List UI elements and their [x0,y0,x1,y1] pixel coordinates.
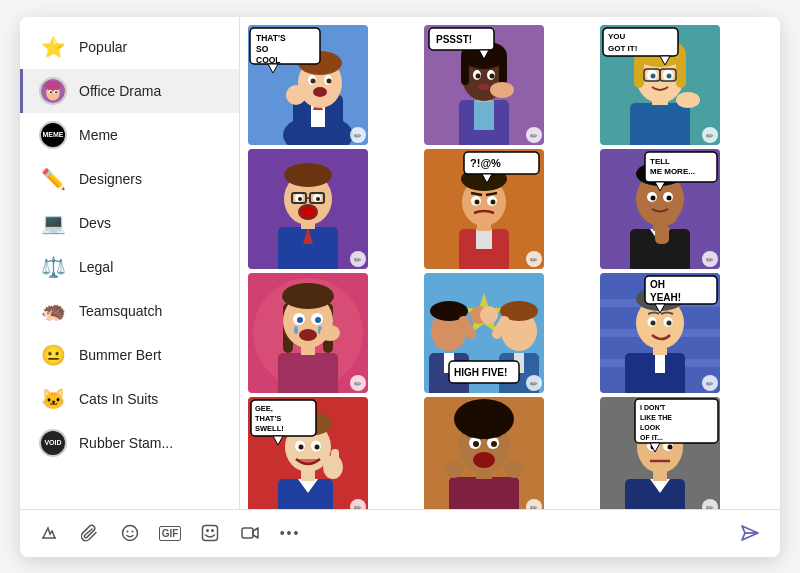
sidebar: ⭐ Popular Office Drama MEME Meme ✏️ Desi… [20,17,240,509]
svg-text:✏: ✏ [530,255,538,265]
svg-point-169 [651,320,656,325]
sticker-10[interactable]: GEE, THAT'S SWELL! ✏ [248,397,368,509]
sticker-2[interactable]: PSSST! ✏ [424,25,544,145]
emoji-button[interactable] [112,515,148,551]
sticker-7[interactable]: ✏ [248,273,368,393]
svg-rect-35 [499,55,507,85]
svg-text:LIKE THE: LIKE THE [640,414,672,421]
attach-button[interactable] [72,515,108,551]
svg-text:✏: ✏ [354,379,362,389]
svg-rect-123 [278,353,338,393]
svg-point-133 [294,326,298,334]
sidebar-item-rubber-stamp[interactable]: VOID Rubber Stam... [20,421,239,465]
svg-text:THAT'S: THAT'S [256,33,286,43]
sticker-4[interactable]: ✏ [248,149,368,269]
sidebar-item-cats-in-suits[interactable]: 🐱 Cats In Suits [20,377,239,421]
sidebar-item-bummer-bert[interactable]: 😐 Bummer Bert [20,333,239,377]
sidebar-item-icon-rubber-stamp: VOID [39,429,67,457]
svg-point-185 [299,444,304,449]
svg-text:YEAH!: YEAH! [650,292,681,303]
svg-point-200 [454,399,514,439]
svg-rect-163 [655,353,665,373]
sticker-1[interactable]: THAT'S SO COOL ✏ [248,25,368,145]
svg-point-19 [313,87,327,97]
svg-text:✏: ✏ [706,131,714,141]
sidebar-item-label-office-drama: Office Drama [79,83,161,99]
svg-text:ME MORE...: ME MORE... [650,167,695,176]
sticker-3[interactable]: YOU GOT IT! ✏ [600,25,720,145]
svg-text:SO: SO [256,44,269,54]
svg-point-94 [491,199,496,204]
gif-button[interactable]: GIF [152,515,188,551]
svg-text:THAT'S: THAT'S [255,414,281,423]
svg-text:✏: ✏ [354,131,362,141]
svg-point-5 [50,91,52,93]
svg-rect-114 [655,224,669,244]
svg-point-136 [320,325,340,341]
svg-point-204 [491,441,497,447]
svg-rect-197 [449,477,519,509]
sidebar-item-devs[interactable]: 💻 Devs [20,201,239,245]
sidebar-item-meme[interactable]: MEME Meme [20,113,239,157]
svg-point-208 [444,460,464,478]
svg-point-61 [676,92,700,108]
svg-point-131 [297,317,303,323]
svg-text:✏: ✏ [530,379,538,389]
svg-rect-53 [676,53,686,88]
sidebar-item-popular[interactable]: ⭐ Popular [20,25,239,69]
sidebar-item-office-drama[interactable]: Office Drama [20,69,239,113]
svg-point-222 [668,444,673,449]
sidebar-item-designers[interactable]: ✏️ Designers [20,157,239,201]
sticker-button[interactable] [192,515,228,551]
sidebar-item-teamsquatch[interactable]: 🦔 Teamsquatch [20,289,239,333]
sidebar-item-label-bummer-bert: Bummer Bert [79,347,161,363]
svg-point-111 [651,195,656,200]
svg-text:✏: ✏ [354,503,362,509]
svg-text:OH: OH [650,279,665,290]
svg-point-186 [315,444,320,449]
sticker-panel: ⭐ Popular Office Drama MEME Meme ✏️ Desi… [20,17,780,509]
svg-text:?!@%: ?!@% [470,157,501,169]
svg-text:COOL: COOL [256,55,281,65]
svg-point-20 [286,85,306,105]
more-options-button[interactable]: ••• [272,515,308,551]
sticker-12[interactable]: I DON'T LIKE THE LOOK OF IT... ✏ [600,397,720,509]
sidebar-item-icon-bummer-bert: 😐 [39,341,67,369]
svg-text:✏: ✏ [530,503,538,509]
svg-point-6 [55,91,57,93]
svg-text:HIGH FIVE!: HIGH FIVE! [454,367,507,378]
svg-point-233 [123,526,138,541]
svg-point-237 [206,529,209,532]
sidebar-item-icon-legal: ⚖️ [39,253,67,281]
sticker-grid-container: THAT'S SO COOL ✏ [240,17,780,509]
svg-point-207 [473,452,495,468]
svg-point-18 [327,78,332,83]
sidebar-item-legal[interactable]: ⚖️ Legal [20,245,239,289]
svg-point-17 [311,78,316,83]
svg-point-38 [476,73,481,78]
svg-text:GOT IT!: GOT IT! [608,44,637,53]
svg-point-93 [475,199,480,204]
sticker-8[interactable]: HIGH FIVE! ✏ [424,273,544,393]
sidebar-item-label-teamsquatch: Teamsquatch [79,303,162,319]
video-button[interactable] [232,515,268,551]
svg-text:✏: ✏ [706,503,714,509]
svg-text:PSSST!: PSSST! [436,34,472,45]
sticker-6[interactable]: TELL ME MORE... ✏ [600,149,720,269]
svg-point-39 [490,73,495,78]
sidebar-item-label-rubber-stamp: Rubber Stam... [79,435,173,451]
sticker-9[interactable]: OH YEAH! ✏ [600,273,720,393]
svg-text:✏: ✏ [354,255,362,265]
sidebar-item-label-popular: Popular [79,39,127,55]
svg-point-73 [284,163,332,187]
svg-text:GEE,: GEE, [255,404,273,413]
sticker-5[interactable]: ?!@% ✏ [424,149,544,269]
sidebar-item-icon-cats-in-suits: 🐱 [39,385,67,413]
format-button[interactable] [32,515,68,551]
send-button[interactable] [732,515,768,551]
svg-point-209 [504,460,524,478]
sticker-11[interactable]: ✏ [424,397,544,509]
svg-rect-188 [331,449,339,467]
svg-point-82 [301,207,315,217]
svg-point-235 [132,531,134,533]
